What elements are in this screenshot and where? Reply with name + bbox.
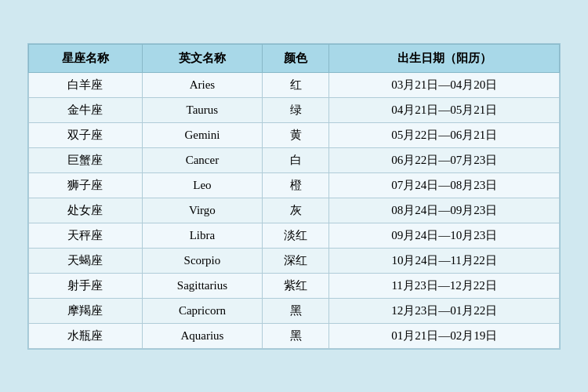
cell-english-name: Sagittarius: [142, 273, 262, 298]
cell-color: 白: [262, 147, 328, 172]
cell-english-name: Aries: [142, 72, 262, 97]
table-row: 巨蟹座Cancer白06月22日—07月23日: [29, 147, 560, 172]
cell-english-name: Gemini: [142, 122, 262, 147]
cell-chinese-name: 狮子座: [29, 172, 143, 198]
table-row: 摩羯座Capricorn黑12月23日—01月22日: [29, 298, 560, 323]
cell-dates: 01月21日—02月19日: [329, 323, 560, 348]
cell-color: 黑: [262, 298, 328, 323]
header-color: 颜色: [262, 44, 328, 72]
table-row: 水瓶座Aquarius黑01月21日—02月19日: [29, 323, 560, 348]
cell-color: 深红: [262, 248, 328, 273]
cell-english-name: Taurus: [142, 97, 262, 122]
cell-chinese-name: 天蝎座: [29, 248, 143, 273]
cell-dates: 12月23日—01月22日: [329, 298, 560, 323]
table-row: 射手座Sagittarius紫红11月23日—12月22日: [29, 273, 560, 298]
cell-dates: 05月22日—06月21日: [329, 122, 560, 147]
cell-chinese-name: 双子座: [29, 122, 143, 147]
table-row: 双子座Gemini黄05月22日—06月21日: [29, 122, 560, 147]
cell-dates: 09月24日—10月23日: [329, 223, 560, 248]
cell-english-name: Virgo: [142, 198, 262, 223]
cell-color: 灰: [262, 198, 328, 223]
cell-color: 橙: [262, 172, 328, 198]
header-english-name: 英文名称: [142, 44, 262, 72]
table-row: 处女座Virgo灰08月24日—09月23日: [29, 198, 560, 223]
cell-english-name: Libra: [142, 223, 262, 248]
table-header-row: 星座名称 英文名称 颜色 出生日期（阳历）: [29, 44, 560, 72]
cell-dates: 04月21日—05月21日: [329, 97, 560, 122]
cell-color: 绿: [262, 97, 328, 122]
cell-chinese-name: 处女座: [29, 198, 143, 223]
header-chinese-name: 星座名称: [29, 44, 143, 72]
table-row: 天秤座Libra淡红09月24日—10月23日: [29, 223, 560, 248]
cell-chinese-name: 射手座: [29, 273, 143, 298]
cell-chinese-name: 白羊座: [29, 72, 143, 97]
cell-color: 淡红: [262, 223, 328, 248]
zodiac-table: 星座名称 英文名称 颜色 出生日期（阳历） 白羊座Aries红03月21日—04…: [28, 44, 560, 349]
cell-dates: 07月24日—08月23日: [329, 172, 560, 198]
table-row: 天蝎座Scorpio深红10月24日—11月22日: [29, 248, 560, 273]
cell-dates: 03月21日—04月20日: [329, 72, 560, 97]
cell-chinese-name: 水瓶座: [29, 323, 143, 348]
cell-chinese-name: 金牛座: [29, 97, 143, 122]
cell-color: 紫红: [262, 273, 328, 298]
cell-color: 黑: [262, 323, 328, 348]
cell-chinese-name: 巨蟹座: [29, 147, 143, 172]
cell-dates: 06月22日—07月23日: [329, 147, 560, 172]
table-row: 金牛座Taurus绿04月21日—05月21日: [29, 97, 560, 122]
zodiac-table-container: 星座名称 英文名称 颜色 出生日期（阳历） 白羊座Aries红03月21日—04…: [27, 43, 561, 350]
cell-english-name: Scorpio: [142, 248, 262, 273]
cell-english-name: Aquarius: [142, 323, 262, 348]
cell-english-name: Cancer: [142, 147, 262, 172]
cell-english-name: Capricorn: [142, 298, 262, 323]
cell-color: 黄: [262, 122, 328, 147]
table-row: 狮子座Leo橙07月24日—08月23日: [29, 172, 560, 198]
cell-color: 红: [262, 72, 328, 97]
cell-chinese-name: 天秤座: [29, 223, 143, 248]
cell-dates: 10月24日—11月22日: [329, 248, 560, 273]
table-row: 白羊座Aries红03月21日—04月20日: [29, 72, 560, 97]
header-dates: 出生日期（阳历）: [329, 44, 560, 72]
cell-english-name: Leo: [142, 172, 262, 198]
cell-dates: 08月24日—09月23日: [329, 198, 560, 223]
cell-dates: 11月23日—12月22日: [329, 273, 560, 298]
cell-chinese-name: 摩羯座: [29, 298, 143, 323]
